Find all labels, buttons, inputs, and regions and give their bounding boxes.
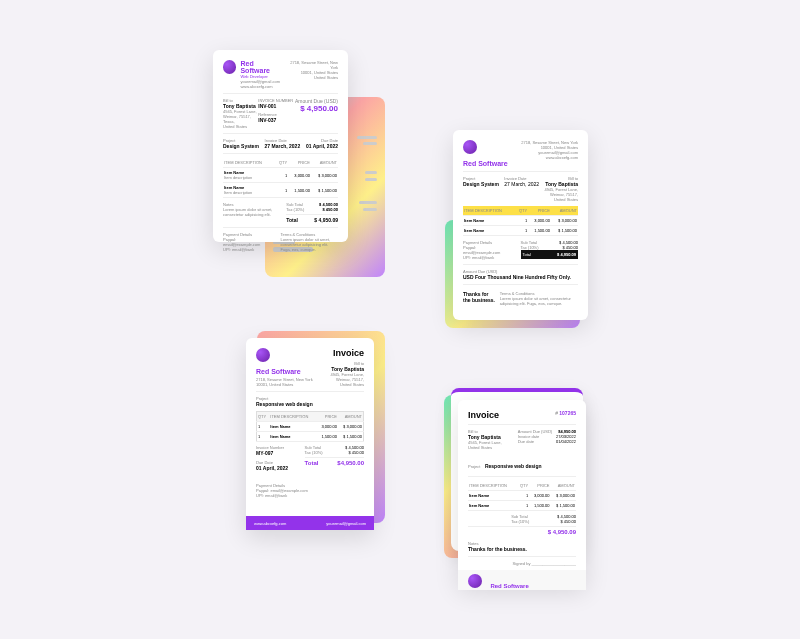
title: Invoice: [330, 348, 364, 358]
logo-icon: [463, 140, 477, 154]
footer-bar: www.abcxefg.com youremail@gmail.com: [246, 516, 374, 530]
invoice-card-2: Red Software 2718, Sesame Street, New Yo…: [453, 130, 588, 320]
amount: $ 4,950.00: [295, 104, 338, 113]
logo-icon: [468, 574, 482, 588]
invoice-card-4: Invoice # 107265 Bill to Tony Baptista 4…: [458, 400, 586, 584]
logo-icon: [256, 348, 270, 362]
invoice-card-1: Red Software Web Developer youremail@gma…: [213, 50, 348, 242]
logo-icon: [223, 60, 236, 74]
items-table: ITEM DESCRIPTIONQTYPRICEAMOUNT Item Name…: [223, 158, 338, 198]
words: USD Four Thousand Nine Hundred Fifty Onl…: [463, 274, 578, 280]
invoice-card-3: Red Software 2718, Sesame Street, New Yo…: [246, 338, 374, 530]
brand: Red Software: [240, 60, 283, 74]
footer-brand: Red Software: [458, 570, 586, 590]
